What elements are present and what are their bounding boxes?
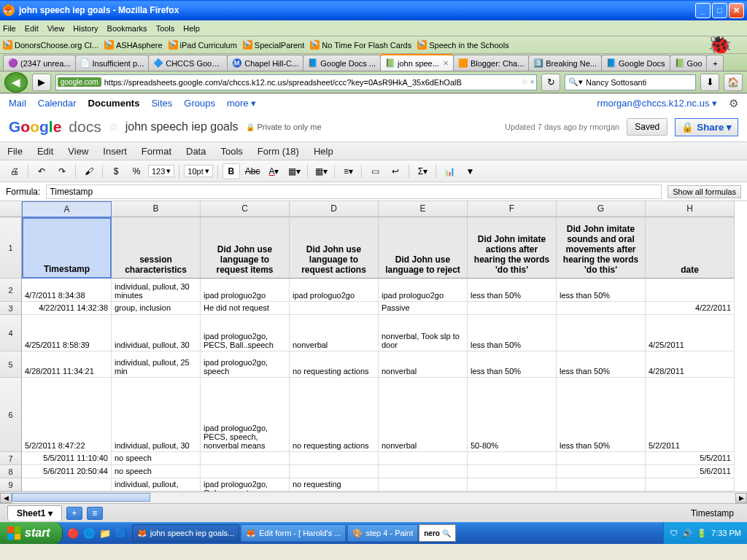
cell[interactable]: ipad prologuo2go, speech [201,351,290,378]
browser-tab[interactable]: Ⓜ️Chapel Hill-C... [227,55,303,71]
sheet-list-button[interactable]: ≡ [87,507,103,520]
window-minimize-button[interactable]: _ [695,3,711,18]
font-size-dropdown[interactable]: 10pt▾ [184,165,212,177]
cell[interactable]: less than 50% [468,315,557,351]
cell[interactable]: individual, pullout, 25 min [112,351,201,378]
cell[interactable]: nonverbal [379,378,468,452]
redo-icon[interactable]: ↷ [53,163,71,179]
browser-tab[interactable]: 📗Goo [670,55,708,71]
header-cell[interactable]: Did John imitate actions after hearing t… [468,217,557,279]
back-button[interactable]: ◀ [4,72,28,93]
header-cell[interactable]: date [646,217,735,279]
row-header[interactable]: 1 [0,217,22,279]
cell[interactable]: group, inclusion [112,302,201,315]
browser-tab[interactable]: 🟧Blogger: Cha... [453,55,529,71]
privacy-indicator[interactable]: 🔒Private to only me [246,122,322,131]
filter-icon[interactable]: ▼ [461,163,479,179]
close-tab-icon[interactable]: ✕ [443,59,449,67]
nav-sites[interactable]: Sites [151,98,172,109]
cell[interactable]: ipad prologuo2go [290,279,379,302]
cell[interactable] [22,478,112,491]
folder-icon[interactable]: 📁 [98,526,112,540]
menu-file[interactable]: File [7,146,23,157]
row-header[interactable]: 8 [0,465,22,478]
percent-icon[interactable]: % [128,163,145,179]
ie-icon[interactable]: 🌐 [82,526,96,540]
app-icon[interactable]: 🟦 [114,526,128,540]
bookmark-item[interactable]: ASHAsphere [104,40,163,50]
cell[interactable] [290,465,379,478]
cell[interactable] [290,452,379,465]
cell[interactable] [468,465,557,478]
bookmark-item[interactable]: iPad Curriculum [169,40,237,50]
cell[interactable]: no requesting actions [290,378,379,452]
cell[interactable] [379,452,468,465]
cell[interactable]: less than 50% [557,279,646,302]
cell[interactable] [468,452,557,465]
gear-icon[interactable]: ⚙ [729,97,738,110]
borders-icon[interactable]: ▦▾ [312,163,330,179]
cell[interactable] [379,478,468,491]
cell[interactable]: Passive [379,302,468,315]
cell[interactable]: less than 50% [557,351,646,378]
window-close-button[interactable]: ✕ [729,3,744,18]
cell[interactable] [201,465,290,478]
cell[interactable]: He did not request [201,302,290,315]
chart-icon[interactable]: 📊 [441,163,458,179]
menu-insert[interactable]: Insert [103,146,127,157]
row-header[interactable]: 3 [0,302,22,315]
cell[interactable]: less than 50% [468,351,557,378]
cell[interactable]: 4/28/2011 [646,351,735,378]
header-cell[interactable]: Did John use language to request actions [290,217,379,279]
cell[interactable]: ipad prologuo2go, PECS, Ball..speech [201,315,290,351]
taskbar-item[interactable]: 🦊Edit form - [ Harold's ... [241,524,346,542]
search-bar[interactable]: 🔍▾ Nancy Sottosanti [565,74,696,90]
cell[interactable]: ipad prologuo2go [201,279,290,302]
column-header[interactable]: D [290,201,379,217]
scroll-track[interactable] [12,493,735,503]
scroll-right-icon[interactable]: ▶ [735,493,747,503]
chrome-icon[interactable]: 🔴 [66,526,80,540]
cell[interactable]: individual, pullout, 30 [112,315,201,351]
start-button[interactable]: start [0,522,63,544]
column-header[interactable]: A [22,201,112,217]
star-icon[interactable]: ☆ ▾ [521,77,535,87]
cell[interactable]: 4/7/2011 8:34:38 [22,279,112,302]
column-header[interactable]: G [557,201,646,217]
new-tab-button[interactable]: + [706,55,724,71]
cell[interactable] [557,315,646,351]
column-header[interactable]: H [646,201,735,217]
header-cell[interactable]: Did John imitate sounds and oral movemen… [557,217,646,279]
bookmark-item[interactable]: SpecialParent [243,40,305,50]
browser-tab-active[interactable]: 📗john spee...✕ [380,54,454,71]
cell[interactable]: no speech [112,465,201,478]
cell[interactable]: no speech [112,452,201,465]
tray-icon[interactable]: 🔋 [697,529,707,538]
row-header[interactable]: 7 [0,452,22,465]
browser-tab[interactable]: 🔷CHCCS Googl... [148,55,228,71]
cell[interactable]: ipad prologuo2go, PECS, speech, nonverba… [201,378,290,452]
column-header[interactable]: B [112,201,201,217]
cell[interactable] [646,279,735,302]
sigma-icon[interactable]: Σ▾ [414,163,431,179]
cell[interactable]: 4/22/2011 14:32:38 [22,302,112,315]
undo-icon[interactable]: ↶ [33,163,50,179]
spreadsheet-grid[interactable]: ABCDEFGH1Timestampsession characteristic… [0,201,747,491]
strikethrough-icon[interactable]: Abc [243,163,263,179]
ff-menu-bookmarks[interactable]: Bookmarks [107,24,147,33]
nav-groups[interactable]: Groups [184,98,215,109]
downloads-button[interactable]: ⬇ [700,74,719,91]
formula-input[interactable] [46,184,662,199]
nav-more[interactable]: more ▾ [227,98,256,109]
ff-menu-view[interactable]: View [47,24,65,33]
row-header[interactable]: 6 [0,378,22,452]
sheet-tab[interactable]: Sheet1 ▾ [7,505,62,521]
print-icon[interactable]: 🖨 [6,163,23,179]
menu-form[interactable]: Form (18) [258,146,299,157]
paint-format-icon[interactable]: 🖌 [80,163,98,179]
menu-edit[interactable]: Edit [37,146,53,157]
header-cell[interactable]: Did John use language to reject [379,217,468,279]
header-cell[interactable]: Timestamp [22,217,112,279]
browser-tab[interactable]: 5️⃣Breaking Ne... [528,55,602,71]
scroll-left-icon[interactable]: ◀ [0,493,12,503]
